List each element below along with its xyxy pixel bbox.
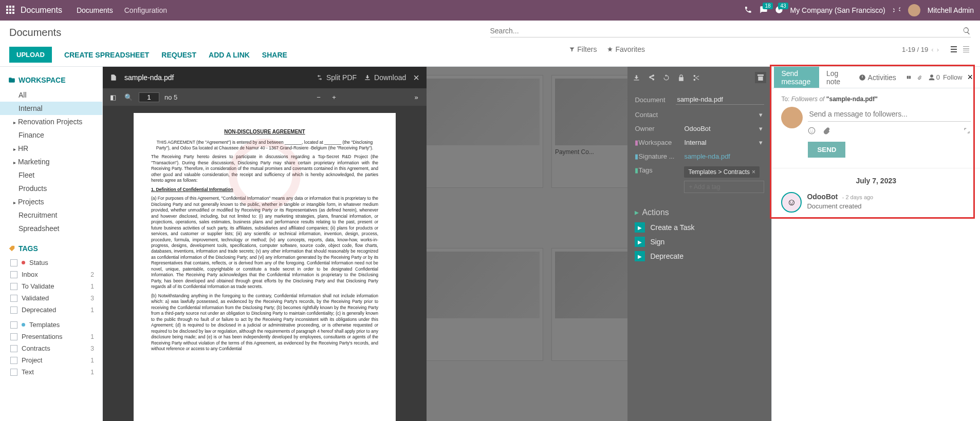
book-icon[interactable]	[907, 74, 911, 81]
action-deprecate[interactable]: ▶Deprecate	[635, 251, 764, 261]
zoom-out-icon[interactable]: −	[313, 93, 324, 101]
download-button[interactable]: Download	[364, 73, 406, 82]
sidebar-item-finance[interactable]: Finance	[0, 128, 102, 142]
activities-icon[interactable]: 43	[775, 6, 783, 15]
followers-button[interactable]: 0	[928, 73, 940, 81]
tag-group-status[interactable]: Status	[0, 257, 102, 269]
pdf-tools-icon[interactable]: »	[411, 93, 421, 101]
add-link-button[interactable]: ADD A LINK	[209, 51, 250, 59]
pager-value: 1-19 / 19	[902, 46, 928, 53]
download-icon[interactable]	[633, 74, 640, 82]
owner-field[interactable]: OdooBot	[684, 125, 752, 132]
zoom-in-icon[interactable]: +	[329, 93, 339, 101]
sidebar-item-recruitment[interactable]: Recruitment	[0, 208, 102, 222]
sidebar-item-renovation[interactable]: ▸Renovation Projects	[0, 115, 102, 128]
document-name-input[interactable]	[676, 94, 764, 105]
sidebar-toggle-icon[interactable]: ◧	[108, 93, 118, 101]
follow-button[interactable]: Follow	[943, 73, 963, 81]
tags-header: TAGS	[0, 242, 102, 257]
actions-header: ▸Actions	[635, 207, 764, 217]
svg-point-2	[812, 130, 813, 130]
tag-inbox[interactable]: Inbox2	[0, 269, 102, 280]
sidebar-item-fleet[interactable]: Fleet	[0, 168, 102, 182]
discuss-badge: 18	[763, 3, 772, 9]
share-doc-icon[interactable]	[648, 74, 655, 82]
list-view-icon[interactable]	[961, 45, 971, 54]
upload-button[interactable]: UPLOAD	[9, 47, 52, 63]
search-input[interactable]	[490, 27, 963, 35]
tag-group-templates[interactable]: Templates	[0, 319, 102, 331]
kanban-area: Partner Sp07/07/202 Payment Co... Odoo C…	[103, 67, 771, 421]
debug-icon[interactable]	[893, 6, 901, 15]
search-icon[interactable]	[963, 27, 971, 35]
tag-contracts[interactable]: Contracts3	[0, 342, 102, 354]
sidebar-item-projects[interactable]: ▸Projects	[0, 195, 102, 208]
message-input[interactable]	[808, 107, 971, 122]
tag-presentations[interactable]: Presentations1	[0, 331, 102, 342]
sidebar-item-internal[interactable]: Internal	[0, 102, 102, 115]
attach-icon[interactable]	[917, 74, 922, 81]
tag-chip[interactable]: Templates > Contracts×	[684, 166, 760, 178]
field-label: ▮Workspace	[635, 139, 679, 146]
split-pdf-button[interactable]: Split PDF	[316, 73, 357, 82]
message-author: OdooBot	[807, 193, 838, 201]
pager-next[interactable]: ›	[937, 46, 939, 53]
field-label: Owner	[635, 125, 679, 132]
file-icon	[110, 74, 117, 81]
share-button[interactable]: SHARE	[262, 51, 287, 59]
expand-icon[interactable]	[963, 127, 971, 135]
sidebar-item-marketing[interactable]: ▸Marketing	[0, 155, 102, 168]
sidebar-item-products[interactable]: Products	[0, 182, 102, 195]
filters-button[interactable]: Filters	[569, 45, 597, 53]
tab-send-message[interactable]: Send message	[774, 67, 819, 88]
message-body: Document created	[807, 202, 873, 210]
discuss-icon[interactable]: 18	[760, 6, 768, 15]
kanban-view-icon[interactable]	[949, 45, 958, 54]
favorites-button[interactable]: Favorites	[607, 45, 645, 53]
tag-text[interactable]: Text1	[0, 366, 102, 378]
apps-icon[interactable]	[6, 6, 15, 15]
lock-icon[interactable]	[677, 74, 685, 82]
attach-file-icon[interactable]	[823, 127, 830, 135]
app-brand[interactable]: Documents	[21, 6, 62, 15]
menu-documents[interactable]: Documents	[77, 6, 113, 14]
tag-deprecated[interactable]: Deprecated1	[0, 304, 102, 316]
close-preview-icon[interactable]: ×	[413, 72, 419, 84]
close-chatter-icon[interactable]: ×	[962, 72, 978, 83]
search-pdf-icon[interactable]: 🔍	[123, 93, 134, 101]
clock-icon	[859, 74, 866, 81]
user-name[interactable]: Mitchell Admin	[928, 6, 974, 14]
action-sign[interactable]: ▶Sign	[635, 237, 764, 247]
company-switcher[interactable]: My Company (San Francisco)	[790, 6, 885, 14]
chevron-down-icon[interactable]: ▾	[757, 111, 764, 119]
tab-activities[interactable]: Activities	[852, 67, 903, 88]
voip-icon[interactable]	[744, 6, 752, 15]
pager-prev[interactable]: ‹	[931, 46, 933, 53]
emoji-icon[interactable]	[808, 127, 816, 135]
composer-avatar	[781, 107, 803, 128]
replace-icon[interactable]	[662, 74, 670, 82]
chevron-down-icon[interactable]: ▾	[757, 125, 764, 132]
action-create-task[interactable]: ▶Create a Task	[635, 222, 764, 233]
sidebar-item-spreadsheet[interactable]: Spreadsheet	[0, 222, 102, 235]
sidebar-item-hr[interactable]: ▸HR	[0, 142, 102, 155]
chevron-down-icon[interactable]: ▾	[757, 139, 764, 146]
workspace-field[interactable]: Internal	[684, 139, 752, 146]
tag-validated[interactable]: Validated3	[0, 292, 102, 304]
page-total: no 5	[164, 93, 177, 101]
sidebar-item-all[interactable]: All	[0, 88, 102, 102]
signature-link[interactable]: sample-nda.pdf	[684, 152, 764, 160]
add-tag-input[interactable]	[684, 181, 764, 193]
send-button[interactable]: SEND	[808, 142, 845, 158]
page-number-input[interactable]	[139, 92, 159, 102]
menu-configuration[interactable]: Configuration	[124, 6, 167, 14]
archive-icon[interactable]	[755, 72, 766, 83]
cut-icon[interactable]	[692, 74, 700, 82]
tag-project[interactable]: Project1	[0, 354, 102, 366]
remove-tag-icon[interactable]: ×	[752, 168, 755, 176]
tab-log-note[interactable]: Log note	[819, 67, 852, 88]
request-button[interactable]: REQUEST	[161, 51, 196, 59]
tag-tovalidate[interactable]: To Validate1	[0, 280, 102, 292]
user-avatar[interactable]	[908, 4, 920, 16]
create-spreadsheet-button[interactable]: CREATE SPREADSHEET	[64, 51, 149, 59]
